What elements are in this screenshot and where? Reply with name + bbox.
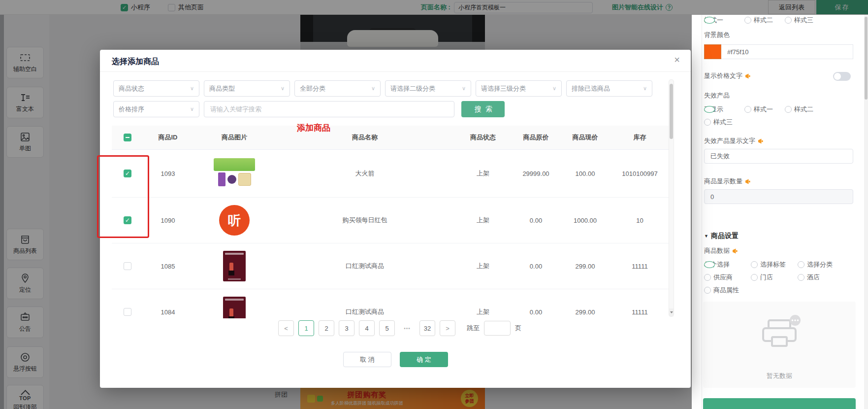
product-image	[223, 251, 246, 281]
product-status: 上架	[453, 262, 513, 271]
select-all-checkbox[interactable]	[124, 134, 131, 141]
product-data-label: 商品数据	[704, 246, 739, 255]
product-name: 购买领每日红包	[276, 216, 453, 225]
table-row[interactable]: ✓ 1093 大火箭 上架 29999.00 100.00 1010100997	[112, 150, 669, 198]
product-image	[223, 297, 246, 318]
hint-icon	[758, 138, 764, 144]
column-header: 商品ID	[143, 133, 193, 142]
invalid-option-style-3[interactable]: 样式三	[704, 118, 733, 127]
jump-to-label: 跳至	[467, 324, 480, 333]
show-price-label: 显示价格文字	[704, 71, 751, 80]
data-option-single-select[interactable]: 单个选择	[704, 260, 730, 269]
scrollbar-down-arrow[interactable]	[669, 308, 674, 316]
product-current-price: 299.00	[559, 263, 611, 270]
product-original-price: 0.00	[513, 263, 559, 270]
style-option-1[interactable]: 样式一	[704, 16, 723, 25]
product-current-price: 1000.00	[559, 217, 611, 224]
annotation-text: 添加商品	[297, 122, 330, 134]
panel-primary-button[interactable]	[703, 398, 856, 409]
style-option-3[interactable]: 样式三	[785, 16, 813, 25]
product-type-select[interactable]: 商品类型∨	[204, 80, 290, 97]
sub-category-select[interactable]: 请选择二级分类∨	[385, 80, 471, 97]
data-option-supplier[interactable]: 供应商	[704, 273, 733, 282]
product-id: 1084	[143, 308, 193, 316]
display-count-label: 商品显示数量	[704, 177, 751, 186]
jump-suffix-label: 页	[515, 324, 521, 333]
page-button-2[interactable]: 2	[319, 320, 334, 336]
page-button-4[interactable]: 4	[359, 320, 375, 336]
product-status: 上架	[453, 216, 513, 225]
page-button-32[interactable]: 32	[419, 320, 435, 336]
page-button-5[interactable]: 5	[379, 320, 395, 336]
column-header: 商品现价	[559, 133, 611, 142]
product-id: 1093	[143, 170, 193, 177]
show-price-toggle[interactable]	[833, 72, 851, 81]
third-category-select[interactable]: 请选择三级分类∨	[476, 80, 562, 97]
product-name: 口红测试商品	[276, 307, 453, 316]
style-option-2[interactable]: 样式二	[744, 16, 773, 25]
data-option-select-category[interactable]: 选择分类	[798, 260, 833, 269]
page-button-3[interactable]: 3	[339, 320, 354, 336]
data-option-hotel[interactable]: 酒店	[798, 273, 820, 282]
chevron-down-icon: ∨	[643, 85, 647, 92]
confirm-button[interactable]: 确 定	[400, 352, 448, 367]
price-sort-select[interactable]: 价格排序∨	[113, 101, 199, 117]
chevron-down-icon: ∨	[552, 85, 556, 92]
table-scrollbar[interactable]	[669, 79, 674, 317]
caret-down-icon: ▼	[704, 234, 708, 239]
product-stock: 1010100997	[611, 170, 669, 177]
invalid-option-style-1[interactable]: 样式一	[744, 105, 773, 114]
product-original-price: 29999.00	[513, 170, 559, 177]
modal-overlay-top	[0, 0, 868, 15]
row-checkbox[interactable]: ✓	[124, 170, 131, 177]
chevron-down-icon: ∨	[371, 85, 375, 92]
category-select[interactable]: 全部分类∨	[294, 80, 381, 97]
panel-scrollbar-thumb[interactable]	[865, 17, 868, 100]
modal-title: 选择添加商品	[112, 57, 159, 67]
panel-divider	[702, 15, 702, 409]
close-icon[interactable]: ×	[674, 55, 680, 65]
data-option-select-tag[interactable]: 选择标签	[751, 260, 786, 269]
keyword-search-input[interactable]	[204, 101, 454, 117]
column-header: 商品原价	[513, 133, 559, 142]
hint-icon	[732, 248, 739, 254]
data-option-store[interactable]: 门店	[751, 273, 773, 282]
chevron-down-icon: ∨	[190, 106, 194, 112]
table-row[interactable]: ✓ 1090 听 购买领每日红包 上架 0.00 1000.00 10	[112, 198, 669, 243]
toggle-knob	[834, 73, 841, 80]
row-checkbox[interactable]: ✓	[124, 216, 131, 224]
cancel-button[interactable]: 取 消	[343, 352, 391, 367]
product-table: 商品ID 商品图片 商品名称 商品状态 商品原价 商品现价 库存 ✓ 1093 …	[112, 126, 669, 318]
printer-icon	[757, 314, 802, 353]
product-status-select[interactable]: 商品状态∨	[113, 80, 199, 97]
table-row[interactable]: 1085 口红测试商品 上架 0.00 299.00 11111	[112, 243, 669, 289]
next-page-button[interactable]: >	[440, 320, 455, 336]
row-checkbox[interactable]	[124, 308, 131, 316]
jump-page-input[interactable]	[484, 321, 511, 336]
search-button[interactable]: 搜索	[461, 101, 505, 117]
invalid-option-hide[interactable]: 不显示	[704, 105, 723, 114]
page-button-1[interactable]: 1	[298, 320, 314, 336]
table-scrollbar-thumb[interactable]	[670, 84, 673, 139]
invalid-product-label: 失效产品	[704, 91, 730, 100]
invalid-option-style-2[interactable]: 样式二	[785, 105, 813, 114]
bg-color-value[interactable]: #f75f10	[721, 44, 853, 59]
product-name: 大火箭	[276, 169, 453, 178]
product-id: 1085	[143, 263, 193, 270]
check-icon: ✓	[125, 170, 130, 177]
exclude-selected-select[interactable]: 排除已选商品∨	[566, 80, 652, 97]
prev-page-button[interactable]: <	[278, 320, 294, 336]
product-name: 口红测试商品	[276, 262, 453, 271]
product-current-price: 100.00	[559, 170, 611, 177]
data-option-product-attribute[interactable]: 商品属性	[704, 286, 739, 295]
panel-scrollbar[interactable]	[864, 15, 868, 409]
product-original-price: 0.00	[513, 217, 559, 224]
display-count-input[interactable]: 0	[704, 189, 853, 204]
row-checkbox[interactable]	[124, 262, 131, 270]
bg-color-label: 背景颜色	[704, 31, 730, 39]
product-settings-section[interactable]: ▼ 商品设置	[704, 232, 739, 240]
table-row[interactable]: 1084 口红测试商品 上架 0.00 299.00 11111	[112, 289, 669, 318]
page-ellipsis[interactable]: •••	[399, 320, 415, 336]
invalid-text-input[interactable]: 已失效	[704, 149, 853, 164]
bg-color-swatch[interactable]	[704, 44, 721, 59]
